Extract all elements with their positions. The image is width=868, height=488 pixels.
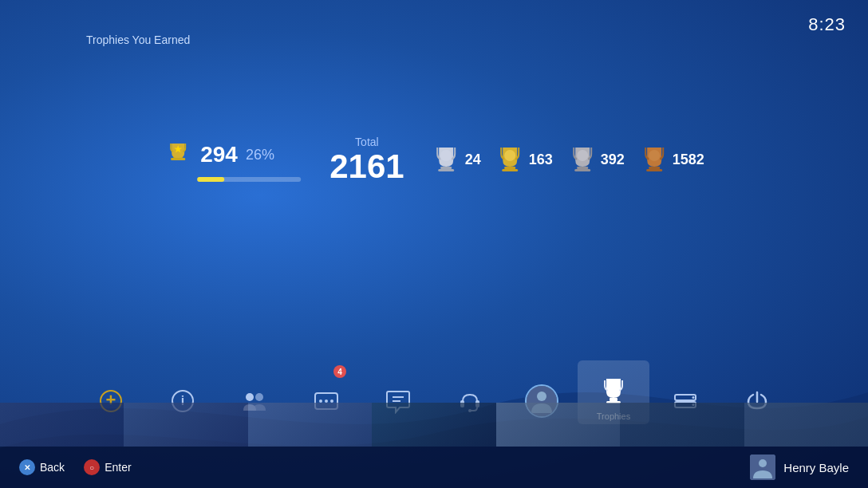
thumb-2[interactable] [124, 403, 247, 447]
svg-rect-9 [577, 167, 588, 169]
silver-trophy-icon [569, 143, 596, 176]
o-button-icon: ○ [84, 459, 100, 475]
svg-point-14 [649, 150, 660, 161]
gold-count: 163 [529, 152, 553, 168]
svg-point-11 [577, 150, 588, 161]
silver-trophy-item: 392 [569, 143, 625, 176]
trophies-earned-label: Trophies You Earned [86, 33, 190, 46]
svg-rect-6 [505, 167, 516, 169]
stats-panel: 294 26% Total 2161 [164, 136, 704, 183]
bronze-count: 1582 [673, 152, 704, 168]
bronze-trophy-item: 1582 [641, 143, 704, 176]
svg-point-40 [759, 459, 767, 467]
progress-bar [197, 177, 301, 182]
svg-rect-13 [646, 169, 662, 171]
level-number: 294 [200, 142, 238, 167]
back-control: ✕ Back [19, 459, 65, 475]
total-number: 2161 [329, 150, 404, 183]
level-row: 294 26% [164, 137, 274, 172]
messages-badge: 4 [333, 365, 346, 378]
user-name: Henry Bayle [783, 461, 849, 474]
back-label: Back [40, 461, 65, 474]
total-label: Total [355, 136, 379, 148]
svg-rect-7 [503, 169, 519, 171]
level-section: 294 26% [164, 137, 301, 182]
platinum-count: 24 [465, 152, 481, 168]
bronze-trophy-icon [641, 143, 668, 176]
progress-bar-fill [197, 177, 224, 182]
svg-point-8 [505, 150, 516, 161]
level-percent: 26% [246, 147, 274, 163]
clock: 8:23 [808, 14, 846, 35]
thumb-7[interactable] [744, 403, 868, 447]
enter-control: ○ Enter [84, 459, 131, 475]
thumb-1[interactable] [0, 403, 124, 447]
bottom-bar: ✕ Back ○ Enter Henry Bayle [0, 447, 868, 488]
gold-trophy-icon [497, 143, 524, 176]
thumbnails-row [0, 399, 868, 447]
total-section: Total 2161 [329, 136, 404, 183]
svg-rect-1 [171, 158, 185, 160]
thumb-5[interactable] [496, 403, 620, 447]
user-avatar-thumb [750, 455, 775, 480]
gold-trophy-item: 163 [497, 143, 553, 176]
thumb-6[interactable] [620, 403, 744, 447]
enter-label: Enter [105, 461, 131, 474]
thumb-4[interactable] [372, 403, 495, 447]
trophy-counts: 24 163 [433, 143, 704, 176]
platinum-trophy-icon [433, 143, 460, 176]
bottom-controls: ✕ Back ○ Enter [19, 459, 132, 475]
svg-rect-4 [439, 169, 455, 171]
user-profile: Henry Bayle [750, 455, 849, 480]
svg-rect-12 [649, 167, 660, 169]
svg-point-5 [441, 150, 452, 161]
silver-count: 392 [601, 152, 625, 168]
svg-rect-3 [441, 167, 452, 169]
level-icon [164, 137, 192, 172]
platinum-trophy-item: 24 [433, 143, 481, 176]
x-button-icon: ✕ [19, 459, 35, 475]
thumb-3[interactable] [248, 403, 372, 447]
svg-rect-10 [574, 169, 590, 171]
